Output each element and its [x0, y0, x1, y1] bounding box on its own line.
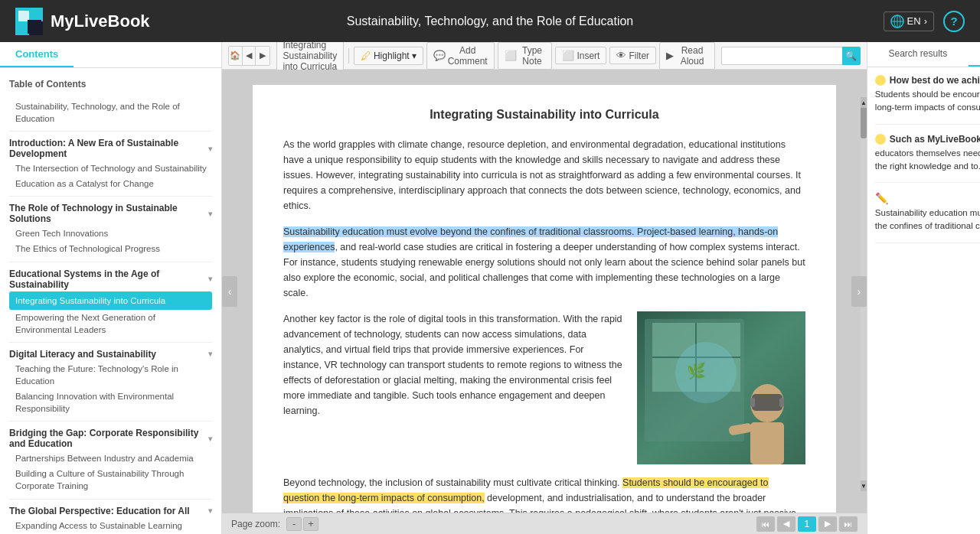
- toc-section-1: Introduction: A New Era of Sustainable D…: [9, 136, 212, 191]
- vr-image-placeholder: 🌿: [637, 311, 805, 464]
- toc-item-1-0[interactable]: The Intersection of Technology and Susta…: [9, 161, 212, 176]
- annotation-item-1: How best do we achieve this? Students sh…: [875, 75, 980, 125]
- toc-item-4-1[interactable]: Balancing Innovation with Environmental …: [9, 389, 212, 416]
- highlight-chevron-icon: ▾: [412, 50, 416, 61]
- doc-page-title: Integrating Sustainability into Curricul…: [283, 108, 805, 122]
- zoom-label: Page zoom:: [231, 519, 280, 529]
- scrollbar-down-button[interactable]: ▼: [861, 480, 867, 491]
- sidebar-content: Table of Contents Sustainability, Techno…: [0, 68, 221, 534]
- type-note-icon: ⬜: [505, 50, 517, 61]
- doc-content-row: Another key factor is the role of digita…: [283, 311, 805, 464]
- sidebar-tabs: Contents: [0, 42, 221, 68]
- chevron-down-icon-3: ▾: [208, 275, 212, 283]
- svg-point-18: [675, 342, 737, 403]
- sidebar: Contents Table of Contents Sustainabilit…: [0, 42, 222, 534]
- toc-item-5-0[interactable]: Partnerships Between Industry and Academ…: [9, 451, 212, 466]
- annotation-color-dot-1: [875, 75, 886, 86]
- toc-item-3-1[interactable]: Empowering the Next Generation of Enviro…: [9, 310, 212, 337]
- page-next-button[interactable]: ▶: [818, 516, 837, 532]
- zoom-out-button[interactable]: -: [286, 517, 302, 531]
- scrollbar-up-button[interactable]: ▲: [861, 97, 867, 108]
- type-note-button[interactable]: ⬜ Type Note: [498, 42, 553, 70]
- svg-rect-16: [750, 422, 784, 464]
- toc-section-4: Digital Literacy and Sustainability ▾ Te…: [9, 347, 212, 416]
- page-navigation: ⏮ ◀ 1 ▶ ⏭: [756, 516, 858, 532]
- svg-rect-13: [752, 394, 782, 411]
- tab-contents[interactable]: Contents: [0, 42, 74, 67]
- search-input[interactable]: [721, 47, 844, 65]
- toc-section-3-title[interactable]: Educational Systems in the Age of Sustai…: [9, 267, 212, 291]
- doc-image: 🌿: [637, 311, 805, 464]
- filter-button[interactable]: 👁 Filter: [609, 47, 656, 64]
- annotation-color-dot-2: [875, 134, 886, 145]
- toc-section-3: Educational Systems in the Age of Sustai…: [9, 267, 212, 337]
- annotation-text-1: Students should be encouraged to questio…: [875, 88, 980, 115]
- highlight-span-2: Students should be encouraged to questio…: [283, 477, 769, 503]
- read-aloud-button[interactable]: ▶ Read Aloud: [659, 42, 715, 70]
- chevron-down-icon-2: ▾: [208, 210, 212, 218]
- right-panel: Search results Annotations How best do w…: [867, 42, 980, 534]
- content-area: 🏠 ◀ ▶ Integrating Sustainability into Cu…: [222, 42, 867, 534]
- doc-para-2: Sustainability education must evolve bey…: [283, 224, 805, 301]
- chevron-down-icon-4: ▾: [208, 350, 212, 358]
- toc-item-main-title[interactable]: Sustainability, Technology, and the Role…: [9, 99, 212, 126]
- help-button[interactable]: ?: [943, 11, 965, 32]
- page-number: 1: [798, 516, 816, 532]
- home-nav-button[interactable]: 🏠: [229, 47, 243, 65]
- page-first-button[interactable]: ⏮: [756, 516, 775, 532]
- annotation-title-3: ✏️: [875, 192, 980, 204]
- zoom-in-button[interactable]: +: [303, 517, 318, 531]
- page-right-arrow-button[interactable]: ›: [851, 276, 867, 307]
- search-button[interactable]: 🔍: [842, 47, 861, 65]
- tab-search-results[interactable]: Search results: [867, 42, 969, 67]
- toc-item-1-1[interactable]: Education as a Catalyst for Change: [9, 176, 212, 191]
- toc-item-6-0[interactable]: Expanding Access to Sustainable Learning: [9, 518, 212, 533]
- toc-section-2-title[interactable]: The Role of Technology in Sustainable So…: [9, 201, 212, 226]
- page-prev-button[interactable]: ◀: [777, 516, 795, 532]
- highlight-icon: 🖊: [361, 50, 371, 62]
- header-title: Sustainability, Technology, and the Role…: [347, 15, 633, 28]
- page-left-arrow-button[interactable]: ‹: [222, 276, 237, 307]
- toc-item-2-0[interactable]: Green Tech Innovations: [9, 226, 212, 241]
- svg-rect-2: [18, 11, 29, 21]
- doc-scroll-area[interactable]: Integrating Sustainability into Curricul…: [222, 70, 867, 513]
- toc-section-6: The Global Perspective: Education for Al…: [9, 504, 212, 535]
- toc-section-1-title[interactable]: Introduction: A New Era of Sustainable D…: [9, 136, 212, 161]
- toc-item-3-0[interactable]: Integrating Sustainability into Curricul…: [9, 291, 212, 310]
- toc-section-0: Sustainability, Technology, and the Role…: [9, 99, 212, 126]
- zoom-buttons: - +: [286, 517, 318, 531]
- annotation-title-1: How best do we achieve this?: [875, 75, 980, 86]
- toc-item-4-0[interactable]: Teaching the Future: Technology's Role i…: [9, 361, 212, 389]
- comment-icon: 💬: [433, 50, 446, 61]
- language-selector[interactable]: EN ›: [884, 11, 934, 31]
- play-icon: ▶: [666, 50, 674, 61]
- toc-section-6-title[interactable]: The Global Perspective: Education for Al…: [9, 504, 212, 518]
- highlight-button[interactable]: 🖊 Highlight ▾: [354, 47, 423, 65]
- lang-text: EN: [907, 15, 921, 27]
- svg-rect-1: [29, 21, 43, 35]
- header-right: EN › ?: [884, 11, 965, 32]
- chevron-down-icon: ▾: [208, 145, 212, 153]
- content-toolbar: 🏠 ◀ ▶ Integrating Sustainability into Cu…: [222, 42, 867, 70]
- toc-section-5-title[interactable]: Bridging the Gap: Corporate Responsibili…: [9, 426, 212, 451]
- toc-section-4-title[interactable]: Digital Literacy and Sustainability ▾: [9, 347, 212, 361]
- next-nav-button[interactable]: ▶: [256, 47, 269, 65]
- page-last-button[interactable]: ⏭: [839, 516, 858, 532]
- doc-para-3: Beyond technology, the inclusion of sust…: [283, 475, 805, 513]
- tab-annotations[interactable]: Annotations: [969, 42, 980, 67]
- header: MyLiveBook Sustainability, Technology, a…: [0, 0, 980, 42]
- page-title-bar: Integrating Sustainability into Curricul…: [276, 37, 345, 74]
- logo-area: MyLiveBook: [15, 8, 150, 35]
- chevron-right-icon: ›: [924, 15, 927, 27]
- doc-content-text: Another key factor is the role of digita…: [283, 311, 625, 464]
- add-comment-button[interactable]: 💬 Add Comment: [426, 42, 495, 70]
- insert-button[interactable]: ⬜ Insert: [555, 47, 606, 64]
- logo-text: MyLiveBook: [51, 11, 150, 31]
- nav-buttons: 🏠 ◀ ▶: [228, 46, 270, 66]
- toc-item-5-1[interactable]: Building a Culture of Sustainability Thr…: [9, 466, 212, 493]
- annotation-title-2: Such as MyLiveBook...: [875, 134, 980, 145]
- prev-nav-button[interactable]: ◀: [243, 47, 256, 65]
- toc-item-2-1[interactable]: The Ethics of Technological Progress: [9, 241, 212, 256]
- doc-viewer: ‹ Integrating Sustainability into Curric…: [222, 70, 867, 513]
- annotation-text-2: educators themselves need to be equipped…: [875, 147, 980, 174]
